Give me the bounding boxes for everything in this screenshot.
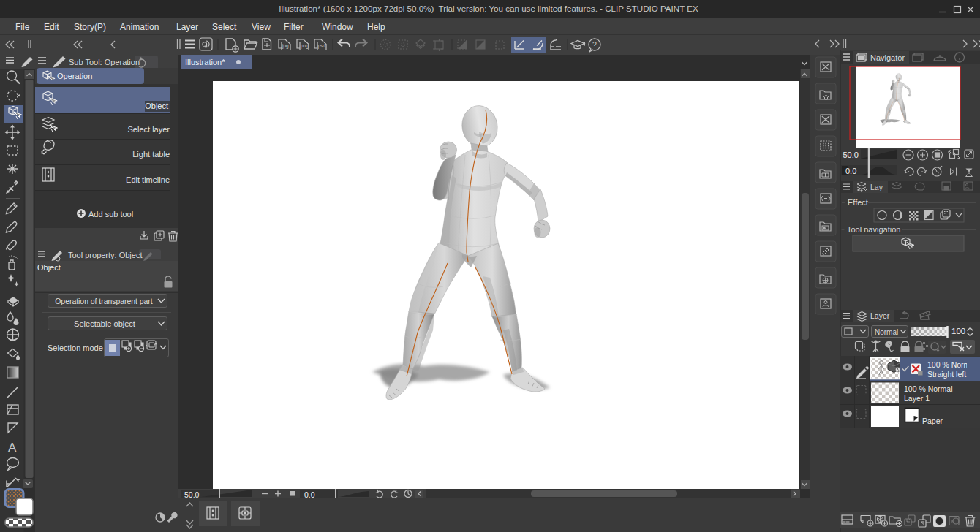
svg-text:png: png [301, 43, 309, 49]
svg-text:jpg: jpg [282, 43, 289, 49]
svg-text:0.0: 0.0 [845, 167, 856, 175]
svg-text:psd: psd [318, 43, 326, 49]
svg-text:50.0: 50.0 [843, 151, 859, 159]
svg-text:A: A [8, 441, 17, 455]
svg-text:?: ? [592, 40, 597, 49]
